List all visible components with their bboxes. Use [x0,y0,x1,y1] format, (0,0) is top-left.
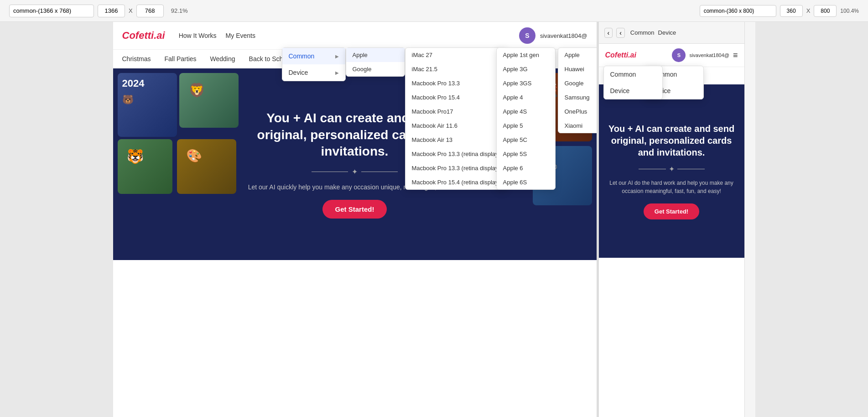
desktop-resolution-input[interactable] [9,5,94,17]
iphone-5c[interactable]: Apple 5C [497,133,555,147]
hero-card-4: 🎨 [177,139,236,194]
device-chevron-icon: ▶ [335,70,339,75]
mobile-divider-icon: ✦ [669,165,675,173]
dropdown-apple-item[interactable]: Apple [346,48,405,62]
brand-google[interactable]: Google [558,76,597,90]
iphone-1gen[interactable]: Apple 1st gen [497,48,555,62]
mobile-x-label: X [806,7,811,14]
mobile-hero-title: You + AI can create and send original, p… [608,123,735,158]
hero-divider-line-left [312,172,348,172]
hero-divider-icon: ✦ [352,167,358,176]
site-nav: Cofetti.ai How It Works My Events S siva… [113,22,597,50]
mobile-device-common-item[interactable]: Common [604,66,662,83]
mobile-hero-divider: ✦ [608,165,735,173]
brand-xiaomi[interactable]: Xiaomi [558,119,597,133]
desktop-height-input[interactable] [136,5,164,17]
brand-samsung[interactable]: Samsung [558,90,597,104]
mobile-forward-button[interactable]: ‹ [616,28,625,38]
desktop-preview-panel: Cofetti.ai How It Works My Events S siva… [113,22,597,417]
macbook-imac215[interactable]: iMac 21.5 [405,62,507,76]
macbook-air116[interactable]: Macbook Air 11.6 [405,119,507,133]
mobile-site-nav: Cofetti.ai S sivavenkat1804@ ≡ [599,44,744,67]
iphone-5[interactable]: Apple 5 [497,119,555,133]
mobile-site: Cofetti.ai S sivavenkat1804@ ≡ Birthdays… [599,44,744,417]
mobile-toolbar-bar: ‹ ‹ Common Device [599,22,744,44]
cat-fall-parties[interactable]: Fall Parties [165,55,197,63]
mobile-width-input[interactable] [780,5,803,17]
dropdown-device-item[interactable]: Device ▶ [282,64,345,81]
right-gap [744,22,755,417]
macbook-imac27[interactable]: iMac 27 [405,48,507,62]
main-content: Cofetti.ai How It Works My Events S siva… [0,22,868,417]
hero-card-1: 2024 🐻 [118,73,177,137]
dropdown-iphone-models[interactable]: Apple 1st gen Apple 3G Apple 3GS Apple 4… [496,47,556,190]
cat-wedding[interactable]: Wedding [210,55,235,63]
mobile-back-button[interactable]: ‹ [604,28,613,38]
hero-card-2: 🦁 [179,73,239,128]
dropdown-google-item[interactable]: Google [346,62,405,76]
user-email: sivavenkat1804@ [540,32,587,39]
mobile-height-input[interactable] [814,5,837,17]
iphone-6[interactable]: Apple 6 [497,161,555,175]
mobile-divider-line-right [677,169,705,169]
dropdown-brands[interactable]: Apple Huawei Google Samsung OnePlus Xiao… [558,47,597,133]
brand-huawei[interactable]: Huawei [558,62,597,76]
hero-divider-line-right [361,172,398,172]
mobile-logo: Cofetti.ai [605,51,672,59]
iphone-6s[interactable]: Apple 6S [497,175,555,189]
mobile-menu-icon[interactable]: ≡ [733,51,738,60]
macbook-pro154-retina[interactable]: Macbook Pro 15.4 (retina display) [405,175,507,189]
nav-links: How It Works My Events [179,32,519,39]
mobile-hero-section: You + AI can create and send original, p… [599,84,744,258]
macbook-pro154[interactable]: Macbook Pro 15.4 [405,90,507,104]
hero-card-3: 🐯 [118,139,172,194]
dropdown-apple-google[interactable]: Apple Google [346,47,405,77]
mobile-hero-content: You + AI can create and send original, p… [599,114,744,229]
nav-how-it-works[interactable]: How It Works [179,32,217,39]
nav-user: S sivavenkat1804@ [519,27,587,44]
dropdown-common-item[interactable]: Common ▶ [282,48,345,64]
desktop-zoom-label: 92.1% [171,7,188,14]
mobile-resolution-input[interactable] [700,5,776,17]
hero-get-started-button[interactable]: Get Started! [322,200,387,219]
macbook-pro17[interactable]: Macbook Pro17 [405,104,507,119]
hero-images-left: 2024 🐻 🦁 🐯 🎨 [113,68,241,260]
macbook-air13[interactable]: Macbook Air 13 [405,133,507,147]
mobile-preview-panel: ‹ ‹ Common Device Cofetti.ai S sivavenka… [598,22,744,417]
mobile-divider-line-left [639,169,666,169]
iphone-4[interactable]: Apple 4 [497,90,555,104]
iphone-3gs[interactable]: Apple 3GS [497,76,555,90]
desktop-website-mockup: Cofetti.ai How It Works My Events S siva… [113,22,597,417]
macbook-pro133-retina[interactable]: Macbook Pro 13.3 (retina display) [405,147,507,161]
dropdown-common-device[interactable]: Common ▶ Device ▶ [282,47,346,81]
dropdown-macbook-models[interactable]: iMac 27 iMac 21.5 Macbook Pro 13.3 Macbo… [405,47,507,190]
mobile-zoom-label: 100.4% [840,8,859,14]
mobile-avatar: S [672,48,686,62]
mobile-common-label: Common [630,29,655,36]
iphone-3g[interactable]: Apple 3G [497,62,555,76]
mobile-device-label: Device [658,29,676,36]
iphone-5s[interactable]: Apple 5S [497,147,555,161]
brand-oneplus[interactable]: OnePlus [558,104,597,119]
mobile-toolbar-section: X 100.4% [700,5,859,17]
mobile-device-device-item[interactable]: Device [604,83,662,99]
mobile-hero-get-started-button[interactable]: Get Started! [644,203,699,219]
user-avatar: S [519,27,535,44]
brand-apple[interactable]: Apple [558,48,597,62]
common-chevron-icon: ▶ [335,54,339,59]
nav-my-events[interactable]: My Events [226,32,255,39]
desktop-toolbar-section: X 92.1% [9,5,188,17]
cat-christmas[interactable]: Christmas [122,55,151,63]
macbook-pro133[interactable]: Macbook Pro 13.3 [405,76,507,90]
desktop-width-input[interactable] [98,5,125,17]
desktop-x-label: X [129,7,133,14]
main-toolbar: X 92.1% X 100.4% [0,0,868,22]
iphone-4s[interactable]: Apple 4S [497,104,555,119]
mobile-user-email: sivavenkat1804@ [689,52,729,58]
site-logo: Cofetti.ai [122,30,165,42]
mobile-hero-subtitle: Let our AI do the hard work and help you… [608,179,735,195]
mobile-dropdown-device[interactable]: Common Device [603,66,663,99]
macbook-pro133-retina2[interactable]: Macbook Pro 13.3 (retina display) [405,161,507,175]
